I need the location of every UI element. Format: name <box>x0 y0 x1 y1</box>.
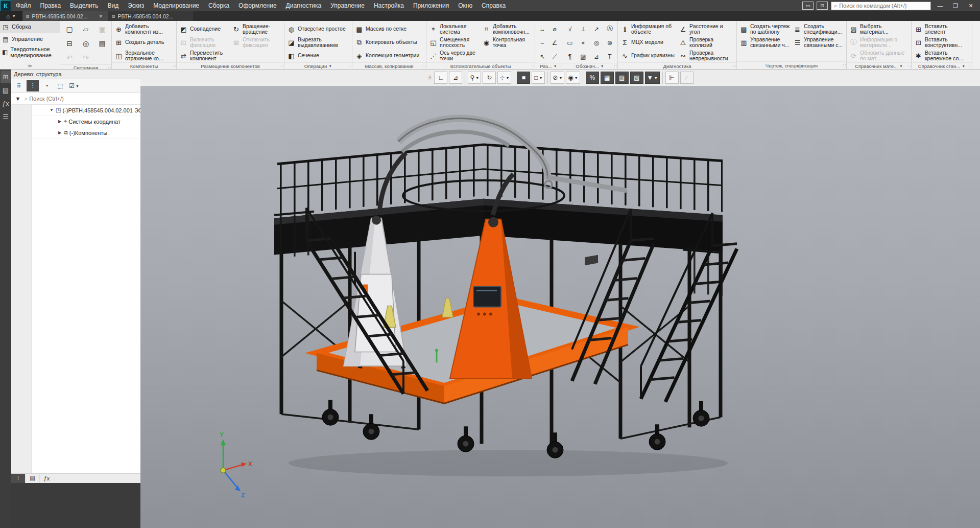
rotation-rotation-button[interactable]: ↻Вращение- вращение <box>231 22 282 36</box>
simplifications-button[interactable]: % <box>586 72 599 84</box>
surface-mark-button[interactable]: ▨ <box>577 50 589 63</box>
tab-tree[interactable]: ⫶ <box>11 474 26 483</box>
tree-selection-button[interactable]: ⬚ <box>54 80 66 91</box>
open-document-button[interactable]: ▱ <box>78 22 93 36</box>
save-as-button[interactable]: ▤ <box>94 37 110 50</box>
measure-structure-button[interactable]: ⊩ <box>665 72 679 84</box>
chevron-down-icon[interactable]: ▼ <box>328 64 332 68</box>
document-tab-1[interactable]: ⧈РВТН.458545.004.02... <box>108 11 194 21</box>
close-button[interactable]: ✕ <box>965 1 977 10</box>
display-mode-button[interactable]: □▼ <box>532 72 545 84</box>
object-info-button[interactable]: ℹИнформация об объекте <box>619 22 677 36</box>
leader-dimension-button[interactable]: ↖ <box>537 50 548 63</box>
insert-fastener-button[interactable]: ✱Вставить крепежное со... <box>913 49 970 62</box>
leader-line-button[interactable]: ↗ <box>590 22 603 35</box>
manage-linked-drawings-button[interactable]: ▥Управление связанными ч... <box>738 36 791 49</box>
create-part-button[interactable]: ⊞Создать деталь <box>113 36 175 49</box>
tree-display-options-button[interactable]: ☑▼ <box>68 80 80 91</box>
menu-item-6[interactable]: Сборка <box>204 0 234 11</box>
menu-item-1[interactable]: Правка <box>36 0 66 11</box>
restore-button[interactable]: ❐ <box>949 1 962 10</box>
menu-item-9[interactable]: Управление <box>326 0 369 11</box>
control-point-button[interactable]: ◉Контрольная точка <box>481 36 533 49</box>
insert-constructive-button[interactable]: ⊡Вставить конструктивн... <box>913 36 970 49</box>
material-info-button[interactable]: ⓘИнформация о материале... <box>848 36 910 49</box>
menu-item-5[interactable]: Моделирование <box>149 0 204 11</box>
filter-icon[interactable]: ▼ <box>11 96 25 102</box>
add-component-button[interactable]: ⊕Добавить компонент из... <box>113 22 175 36</box>
angular-dimension-button[interactable]: ∠ <box>549 36 560 49</box>
chevron-down-icon[interactable]: ▼ <box>962 64 965 68</box>
assembly-model[interactable] <box>274 119 737 477</box>
coincidence-button[interactable]: ◩Совпадение <box>178 22 230 36</box>
scene-style-button[interactable]: ▧ <box>630 72 643 84</box>
menu-item-3[interactable]: Вид <box>103 0 123 11</box>
print-button[interactable]: ⊟ <box>62 37 77 50</box>
orientation-button[interactable]: ⊹▼ <box>497 72 511 84</box>
command-search-input[interactable] <box>839 3 928 9</box>
diameter-dimension-button[interactable]: ⌀ <box>549 22 560 35</box>
toolbar-grip-icon[interactable]: ⠿ <box>426 75 433 81</box>
select-material-button[interactable]: ▨Выбрать материал... <box>848 22 910 36</box>
text-label-button[interactable]: T <box>604 50 616 63</box>
base-mark-button[interactable]: ⊿ <box>590 50 603 63</box>
roughness-mark-button[interactable]: √ <box>564 22 576 35</box>
sketch-mode-button[interactable]: ∟ <box>434 72 447 84</box>
hide-objects-button[interactable]: ⊘▼ <box>551 72 564 84</box>
disable-fixation-button[interactable]: ⊠Отключить фиксацию <box>231 36 282 49</box>
copy-objects-button[interactable]: ⧉Копировать объекты <box>354 36 424 49</box>
home-button[interactable]: ⌂▼ <box>0 11 22 21</box>
menu-item-10[interactable]: Настройка <box>369 0 409 11</box>
document-tab-0[interactable]: ⧈РВТН.458545.004.02...✕ <box>22 11 108 21</box>
move-component-button[interactable]: ⇄Переместить компонент <box>178 49 230 62</box>
menu-item-13[interactable]: Справка <box>477 0 510 11</box>
local-coordinate-system-button[interactable]: ⌖Локальная система коорд... <box>428 22 480 36</box>
tab-close-icon[interactable]: ✕ <box>97 13 104 19</box>
grid-pattern-button[interactable]: ▦Массив по сетке <box>354 22 424 36</box>
axis-two-points-button[interactable]: ⋰Ось через две точки <box>428 49 480 62</box>
section-button[interactable]: ◧Сечение <box>286 49 350 62</box>
orbit-view-button[interactable]: ↻ <box>483 72 496 84</box>
datum-mark-button[interactable]: ⊥ <box>577 22 589 35</box>
position-mark-button[interactable]: ⊚ <box>604 36 616 49</box>
mode-item-2[interactable]: ◧Твердотельное моделирование <box>0 45 60 59</box>
centerline-mark-button[interactable]: ⌖ <box>577 36 589 49</box>
new-document-button[interactable]: ▢ <box>62 22 77 36</box>
create-specification-button[interactable]: ≣Создать спецификаци... <box>792 22 845 36</box>
expander-icon[interactable]: ▼ <box>49 108 54 112</box>
offset-plane-button[interactable]: ◱Смещенная плоскость <box>428 36 480 49</box>
model-appearance-button[interactable]: ▨ <box>615 72 629 84</box>
save-button[interactable]: ▣ <box>94 22 110 36</box>
create-drawing-template-button[interactable]: ▤Создать чертеж по шаблону <box>738 22 791 36</box>
tree-by-structure-button[interactable]: ⫶ <box>27 80 39 91</box>
modes-collapse-chevron-icon[interactable]: ≫ <box>0 63 60 69</box>
viewport-3d-scene[interactable]: Y X Z <box>140 86 980 528</box>
chevron-down-icon[interactable]: ▼ <box>601 64 604 68</box>
menu-item-2[interactable]: Выделить <box>65 0 103 11</box>
menu-item-11[interactable]: Приложения <box>409 0 453 11</box>
zoom-tools-button[interactable]: ⚲▼ <box>468 72 481 84</box>
chevron-down-icon[interactable]: ▼ <box>554 64 557 68</box>
parameters-panel-icon[interactable]: ▤ <box>1 84 11 96</box>
command-search[interactable]: ⌕ <box>831 2 931 10</box>
manage-linked-specs-button[interactable]: ☰Управление связанными с... <box>792 36 845 49</box>
mode-item-0[interactable]: ◳Сборка <box>0 21 60 33</box>
undo-button[interactable]: ↶ <box>62 51 77 64</box>
chamfer-dimension-button[interactable]: ⟋ <box>549 50 560 63</box>
chevron-down-icon[interactable]: ▼ <box>899 64 903 68</box>
menu-item-0[interactable]: Файл <box>11 0 36 11</box>
collision-check-button[interactable]: ⚠Проверка коллизий <box>678 36 735 49</box>
tree-by-order-button[interactable]: ⠿ <box>13 80 25 91</box>
continuity-check-button[interactable]: ∾Проверка непрерывности <box>678 49 735 62</box>
print-preview-button[interactable]: ◎ <box>78 37 93 50</box>
curvature-graph-button[interactable]: ∿График кривизны <box>619 49 677 62</box>
menu-item-12[interactable]: Окно <box>453 0 477 11</box>
shaded-display-button[interactable]: ■ <box>517 72 530 84</box>
marker-label-button[interactable]: Ⓐ <box>604 22 616 35</box>
window-layout-icon[interactable]: ▭ <box>802 2 814 10</box>
expander-icon[interactable]: ▶ <box>57 130 62 135</box>
mass-properties-button[interactable]: ΣМЦХ модели <box>619 36 677 49</box>
update-material-button[interactable]: ⟳Обновить данные по мат... <box>848 49 910 62</box>
distance-angle-button[interactable]: ∠Расстояние и угол <box>678 22 735 36</box>
variables-panel-icon[interactable]: ƒx <box>1 97 11 109</box>
